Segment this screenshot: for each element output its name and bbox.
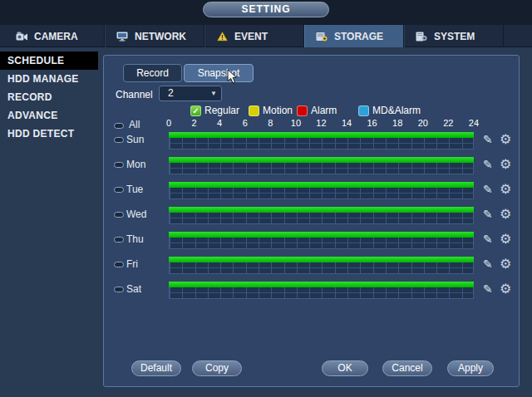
tick-label: 6 xyxy=(238,118,253,128)
legend-label: Regular xyxy=(204,105,239,116)
tab-label: SYSTEM xyxy=(434,31,475,42)
apply-button[interactable]: Apply xyxy=(447,360,494,376)
sidebar-item-hdd-detect[interactable]: HDD DETECT xyxy=(0,125,98,143)
gear-icon[interactable]: ⚙ xyxy=(500,131,511,147)
sidebar-item-record[interactable]: RECORD xyxy=(0,88,98,106)
regular-checkbox[interactable]: ✓ xyxy=(190,105,201,116)
tab-system[interactable]: SYSTEM xyxy=(404,25,504,47)
mouse-cursor xyxy=(227,69,237,84)
network-icon xyxy=(116,32,129,42)
tab-event[interactable]: EVENT xyxy=(204,25,304,47)
tick-label: 4 xyxy=(212,118,227,128)
edit-icon[interactable]: ✎ xyxy=(483,257,493,271)
sidebar-item-hdd-manage[interactable]: HDD MANAGE xyxy=(0,70,98,88)
alarm-checkbox[interactable] xyxy=(297,105,308,116)
gear-icon[interactable]: ⚙ xyxy=(500,281,511,297)
edit-icon[interactable]: ✎ xyxy=(483,133,493,146)
tab-label: EVENT xyxy=(234,31,268,42)
all-enable-checkbox[interactable] xyxy=(114,123,124,129)
tab-record[interactable]: Record xyxy=(123,64,182,82)
edit-icon[interactable]: ✎ xyxy=(483,282,493,296)
day-enable-checkbox[interactable] xyxy=(114,287,124,292)
tick-label: 2 xyxy=(187,118,202,128)
day-label: Sat xyxy=(126,283,141,295)
day-enable-checkbox[interactable] xyxy=(114,262,124,267)
schedule-row-wed: Wed ✎ ⚙ xyxy=(104,207,520,225)
default-button[interactable]: Default xyxy=(131,360,181,376)
edit-icon[interactable]: ✎ xyxy=(483,208,493,221)
tick-label: 20 xyxy=(416,118,431,128)
system-icon xyxy=(415,32,428,42)
legend-label: Alarm xyxy=(311,105,337,116)
day-enable-checkbox[interactable] xyxy=(114,237,124,243)
schedule-grid[interactable] xyxy=(169,287,474,299)
channel-dropdown[interactable]: 2 ▼ xyxy=(159,86,222,101)
schedule-grid[interactable] xyxy=(169,262,474,274)
schedule-bar xyxy=(169,132,474,138)
schedule-bar xyxy=(169,182,474,188)
motion-checkbox[interactable] xyxy=(249,105,259,116)
tab-storage[interactable]: STORAGE xyxy=(304,25,404,47)
tick-label: 14 xyxy=(339,118,354,128)
legend-motion: Motion xyxy=(249,105,293,116)
day-label: Thu xyxy=(126,233,144,245)
schedule-grid[interactable] xyxy=(169,213,474,224)
cancel-button[interactable]: Cancel xyxy=(382,360,432,376)
gear-icon[interactable]: ⚙ xyxy=(500,156,511,172)
day-enable-checkbox[interactable] xyxy=(114,162,124,168)
schedule-grid[interactable] xyxy=(169,188,474,199)
copy-button[interactable]: Copy xyxy=(192,360,242,376)
tab-label: STORAGE xyxy=(334,31,383,42)
gear-icon[interactable]: ⚙ xyxy=(500,231,511,247)
hour-ticks: 0 2 4 6 8 10 12 14 16 18 20 22 24 xyxy=(161,118,481,128)
tick-label: 8 xyxy=(263,118,278,128)
edit-icon[interactable]: ✎ xyxy=(483,233,493,246)
tab-label: CAMERA xyxy=(34,31,78,42)
day-enable-checkbox[interactable] xyxy=(114,187,124,193)
tab-snapshot[interactable]: Snapshot xyxy=(184,64,254,82)
all-label: All xyxy=(129,119,140,130)
legend-md-alarm: MD&Alarm xyxy=(358,105,421,116)
schedule-row-sat: Sat ✎ ⚙ xyxy=(104,282,520,300)
schedule-row-thu: Thu ✎ ⚙ xyxy=(104,232,520,250)
gear-icon[interactable]: ⚙ xyxy=(500,256,511,272)
channel-value: 2 xyxy=(168,87,174,99)
gear-icon[interactable]: ⚙ xyxy=(500,181,511,197)
schedule-bar xyxy=(169,157,474,163)
schedule-bar xyxy=(169,282,474,287)
title-bar: SETTING xyxy=(0,0,532,25)
schedule-row-sun: Sun ✎ ⚙ xyxy=(104,132,520,150)
day-enable-checkbox[interactable] xyxy=(114,137,124,143)
tab-network[interactable]: NETWORK xyxy=(105,25,204,47)
schedule-grid[interactable] xyxy=(169,138,474,149)
day-enable-checkbox[interactable] xyxy=(114,212,124,218)
schedule-row-mon: Mon ✎ ⚙ xyxy=(104,157,520,175)
tick-label: 16 xyxy=(365,118,380,128)
day-label: Mon xyxy=(126,159,145,170)
window-title: SETTING xyxy=(203,2,329,17)
storage-icon xyxy=(315,32,328,42)
tab-camera[interactable]: CAMERA xyxy=(5,25,105,47)
gear-icon[interactable]: ⚙ xyxy=(500,206,511,222)
sidebar-item-advance[interactable]: ADVANCE xyxy=(0,106,98,125)
schedule-grid[interactable] xyxy=(169,238,474,249)
legend-label: Motion xyxy=(263,105,293,116)
edit-icon[interactable]: ✎ xyxy=(483,158,493,171)
event-icon xyxy=(215,32,229,42)
schedule-row-fri: Fri ✎ ⚙ xyxy=(104,257,520,275)
schedule-grid[interactable] xyxy=(169,163,474,174)
ok-button[interactable]: OK xyxy=(322,360,368,376)
legend-alarm: Alarm xyxy=(297,105,337,116)
sidebar-item-schedule[interactable]: SCHEDULE xyxy=(0,51,98,70)
day-label: Tue xyxy=(126,184,143,195)
md-alarm-checkbox[interactable] xyxy=(358,105,369,116)
camera-icon xyxy=(15,32,28,41)
tab-label: NETWORK xyxy=(135,31,186,42)
tick-label: 18 xyxy=(390,118,405,128)
edit-icon[interactable]: ✎ xyxy=(483,183,493,196)
schedule-panel: Record Snapshot Channel 2 ▼ ✓ Regular Mo… xyxy=(103,55,520,387)
chevron-down-icon: ▼ xyxy=(210,90,217,98)
legend-regular: ✓ Regular xyxy=(190,105,239,116)
main-tab-bar: CAMERA NETWORK EVENT STORAGE SYSTEM xyxy=(0,25,532,47)
day-label: Wed xyxy=(126,208,146,220)
